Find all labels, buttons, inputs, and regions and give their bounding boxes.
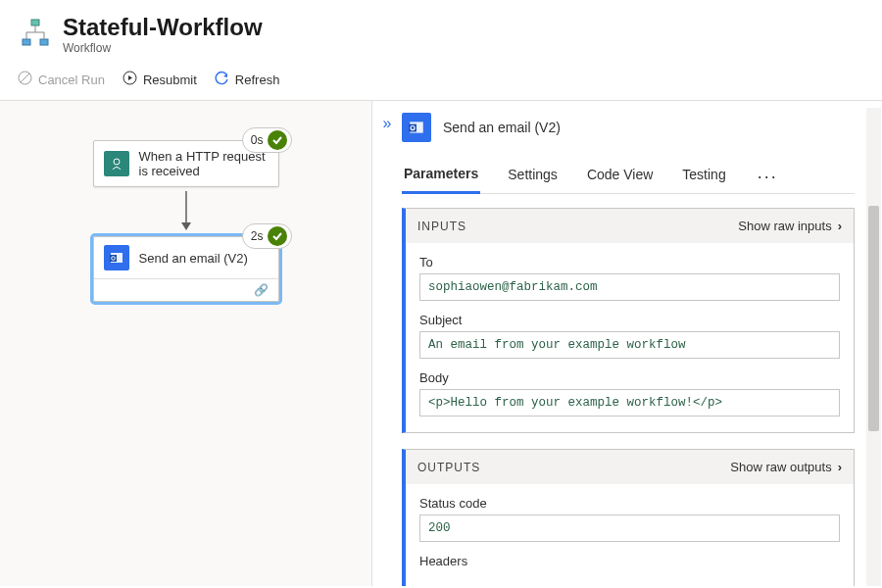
refresh-icon	[215, 71, 229, 88]
to-label: To	[419, 255, 840, 270]
trigger-status-badge: 0s	[242, 127, 292, 153]
body-label: Body	[419, 370, 840, 385]
outputs-heading: OUTPUTS	[417, 461, 480, 474]
panel-title: Send an email (V2)	[443, 120, 561, 135]
refresh-button[interactable]: Refresh	[215, 71, 280, 88]
status-code-value[interactable]: 200	[419, 514, 840, 542]
svg-point-6	[114, 159, 120, 165]
action-status-badge: 2s	[242, 223, 292, 249]
cancel-icon	[18, 71, 32, 88]
tab-testing[interactable]: Testing	[680, 161, 727, 192]
chevron-right-icon: ›	[838, 460, 842, 474]
tab-code-view[interactable]: Code View	[585, 161, 655, 192]
action-node[interactable]: 2s Send an email (V2) 🔗	[93, 236, 279, 302]
tab-settings[interactable]: Settings	[506, 161, 560, 192]
to-value[interactable]: sophiaowen@fabrikam.com	[419, 273, 840, 301]
connector-arrow-icon	[0, 187, 371, 236]
svg-rect-9	[110, 255, 117, 262]
resubmit-button[interactable]: Resubmit	[122, 71, 197, 88]
outlook-icon	[402, 113, 431, 142]
vertical-scrollbar[interactable]	[866, 108, 881, 586]
svg-rect-0	[31, 20, 39, 25]
outputs-card: OUTPUTS Show raw outputs › Status code 2…	[402, 449, 855, 586]
svg-rect-1	[23, 39, 30, 45]
svg-rect-12	[409, 124, 416, 132]
status-code-label: Status code	[419, 496, 840, 511]
details-panel: Send an email (V2) Parameters Settings C…	[402, 101, 882, 586]
inputs-card: INPUTS Show raw inputs › To sophiaowen@f…	[402, 208, 855, 433]
trigger-label: When a HTTP request is received	[139, 149, 269, 178]
inputs-heading: INPUTS	[417, 220, 466, 233]
success-icon	[268, 130, 287, 150]
chevron-right-icon: ›	[838, 219, 842, 233]
page-title: Stateful-Workflow	[63, 14, 263, 41]
subject-value[interactable]: An email from your example workflow	[419, 331, 840, 359]
toolbar: Cancel Run Resubmit Refresh	[0, 61, 882, 101]
title-block: Stateful-Workflow Workflow	[63, 14, 263, 55]
success-icon	[268, 226, 287, 246]
show-raw-inputs-link[interactable]: Show raw inputs ›	[738, 219, 842, 233]
svg-line-4	[21, 74, 29, 82]
body-value[interactable]: <p>Hello from your example workflow!</p>	[419, 389, 840, 416]
page-header: Stateful-Workflow Workflow	[0, 0, 882, 61]
designer-canvas[interactable]: 0s When a HTTP request is received 2s Se…	[0, 101, 372, 586]
tab-parameters[interactable]: Parameters	[402, 160, 480, 194]
link-icon: 🔗	[94, 278, 278, 301]
show-raw-outputs-link[interactable]: Show raw outputs ›	[730, 460, 842, 474]
workflow-logo-icon	[18, 17, 53, 52]
headers-label: Headers	[419, 554, 840, 568]
svg-rect-2	[40, 39, 48, 45]
trigger-node[interactable]: 0s When a HTTP request is received	[93, 140, 279, 187]
cancel-run-button: Cancel Run	[18, 71, 105, 88]
resubmit-icon	[122, 71, 137, 88]
tab-overflow-button[interactable]: ···	[754, 167, 782, 187]
http-trigger-icon	[104, 151, 129, 176]
outlook-icon	[104, 245, 129, 270]
scrollbar-thumb[interactable]	[868, 206, 879, 431]
subject-label: Subject	[419, 313, 840, 327]
action-label: Send an email (V2)	[139, 251, 248, 266]
tab-bar: Parameters Settings Code View Testing ··…	[402, 160, 855, 194]
page-subtitle: Workflow	[63, 41, 263, 55]
collapse-panel-icon[interactable]: »	[383, 115, 392, 131]
